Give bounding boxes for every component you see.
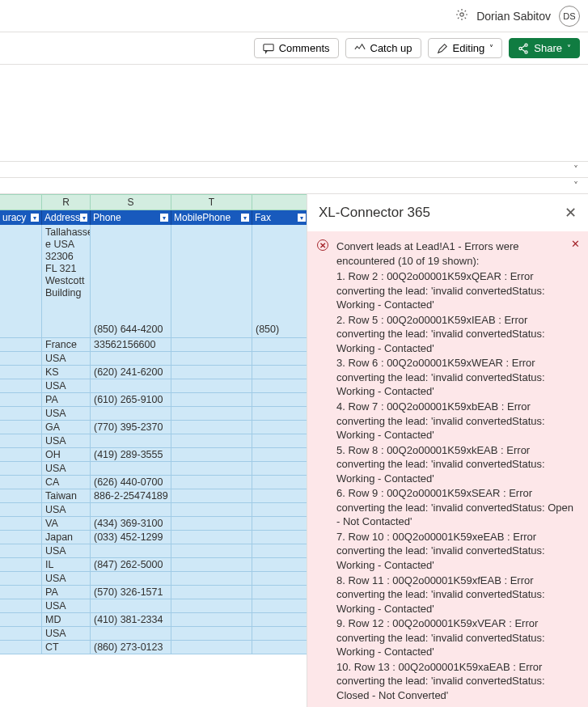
catch-up-label: Catch up [370,42,412,54]
error-item: 7. Row 10 : 00Q2o00001K59xeEAB : Error c… [336,530,577,573]
table-row[interactable]: Taiwan886-2-25474189 [0,489,307,503]
error-item: 8. Row 11 : 00Q2o00001K59xfEAB : Error c… [336,574,577,616]
table-row[interactable]: MD(410) 381-2334 [0,613,307,627]
comments-button[interactable]: Comments [254,38,339,58]
collapse-chevron-1[interactable]: ˅ [0,162,588,178]
filter-dropdown-icon[interactable]: ▾ [298,214,306,222]
catch-up-button[interactable]: Catch up [345,38,421,58]
table-row[interactable]: USA [0,572,307,586]
table-row[interactable]: USA [0,352,307,366]
error-item: 3. Row 6 : 00Q2o00001K59xWEAR : Error co… [336,356,577,399]
error-header: Convert leads at Lead!A1 - Errors were e… [336,239,577,268]
table-row[interactable]: USA [0,379,307,393]
error-item: 5. Row 8 : 00Q2o00001K59xkEAB : Error co… [336,443,577,486]
error-item: 2. Row 5 : 00Q2o00001K59xIEAB : Error co… [336,313,577,356]
table-row[interactable]: USA [0,434,307,448]
column-letter-row: R S T [0,194,307,210]
svg-point-0 [460,13,463,16]
panel-title: XL-Connector 365 [319,205,430,221]
xl-connector-panel: XL-Connector 365 ✕ ✕ ✕ Convert leads at … [307,194,588,707]
filter-dropdown-icon[interactable]: ▾ [31,214,39,222]
svg-point-2 [525,44,527,46]
table-row[interactable]: Tallahasse e USA 32306 FL 321 Westcott B… [0,225,307,338]
error-item: 1. Row 2 : 00Q2o00001K59xQEAR : Error co… [336,269,577,312]
filter-dropdown-icon[interactable]: ▾ [241,214,249,222]
chevron-down-icon: ˅ [489,44,493,53]
filter-header-row[interactable]: uracy▾ Address▾ Phone▾ MobilePhone▾ Fax▾ [0,210,307,225]
editing-label: Editing [453,42,485,54]
svg-point-4 [519,47,522,49]
share-button[interactable]: Share ˅ [509,38,580,58]
table-row[interactable]: France33562156600 [0,338,307,352]
table-row[interactable]: VA(434) 369-3100 [0,517,307,531]
table-row[interactable]: Japan(033) 452-1299 [0,531,307,544]
spreadsheet[interactable]: R S T uracy▾ Address▾ Phone▾ MobilePhone… [0,194,307,707]
table-row[interactable]: CT(860) 273-0123 [0,641,307,654]
error-item: 6. Row 9 : 00Q2o00001K59xSEAR : Error co… [336,486,577,529]
table-row[interactable]: OH(419) 289-3555 [0,448,307,462]
formula-bar-area [0,65,588,162]
table-row[interactable]: PA(570) 326-1571 [0,586,307,599]
username-label: Dorian Sabitov [476,10,551,23]
error-message-box: ✕ ✕ Convert leads at Lead!A1 - Errors we… [307,231,588,707]
share-label: Share [534,42,562,54]
table-row[interactable]: USA [0,462,307,476]
error-item: 4. Row 7 : 00Q2o00001K59xbEAB : Error co… [336,400,577,442]
table-row[interactable]: USA [0,627,307,641]
comments-label: Comments [279,42,330,54]
table-row[interactable]: GA(770) 395-2370 [0,421,307,434]
svg-rect-1 [264,44,273,50]
filter-dropdown-icon[interactable]: ▾ [160,214,168,222]
error-item: 10. Row 13 : 00Q2o00001K59xaEAB : Error … [336,660,577,703]
table-row[interactable]: PA(610) 265-9100 [0,393,307,407]
close-icon[interactable]: ✕ [565,204,577,222]
table-row[interactable]: IL(847) 262-5000 [0,558,307,572]
table-row[interactable]: KS(620) 241-6200 [0,366,307,379]
avatar[interactable]: DS [559,6,580,27]
filter-dropdown-icon[interactable]: ▾ [80,214,87,222]
table-row[interactable]: USA [0,599,307,613]
table-row[interactable]: USA [0,544,307,558]
error-icon: ✕ [317,239,328,251]
error-item: 9. Row 12 : 00Q2o00001K59xVEAR : Error c… [336,616,577,659]
chevron-down-icon: ˅ [567,44,571,53]
table-row[interactable]: USA [0,407,307,421]
svg-point-3 [525,50,527,53]
editing-button[interactable]: Editing ˅ [428,38,503,58]
settings-gear-icon[interactable] [455,8,468,23]
table-row[interactable]: CA(626) 440-0700 [0,476,307,489]
table-row[interactable]: USA [0,503,307,517]
dismiss-error-icon[interactable]: ✕ [571,238,580,250]
collapse-chevron-2[interactable]: ˅ [0,178,588,194]
